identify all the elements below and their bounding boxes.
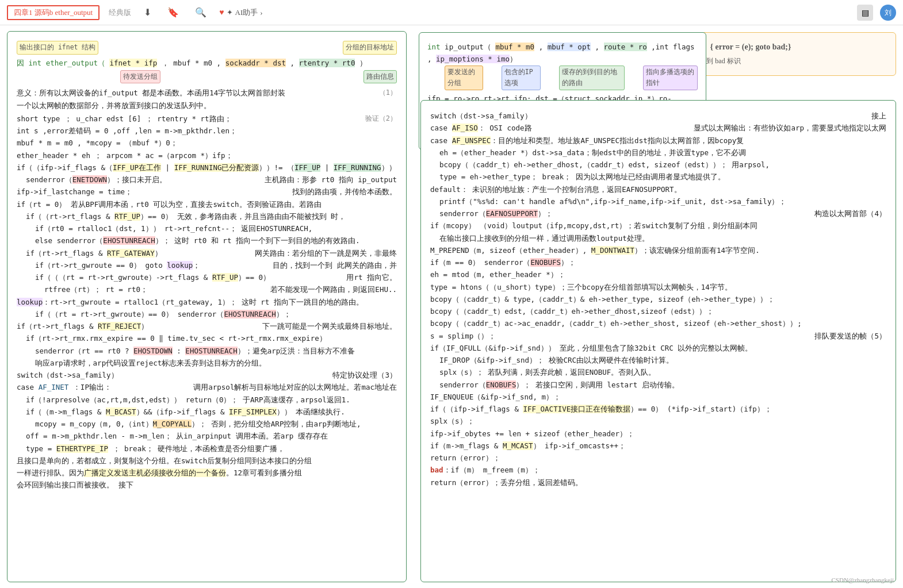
r-case-afunspec: case AF_UNSPEC：目的地址和类型。地址族AF_UNSPEC指出dst… [430, 134, 886, 147]
short-type-line: short type ； u_char edst [6] ； rtentry *… [17, 113, 397, 125]
code-lookup: lookup：rt->rt_gwroute = rtalloc1（rt_gate… [17, 296, 397, 308]
r-return-error: return（error）； [430, 452, 886, 464]
right-code-panel: switch（dst->sa_family） 接上 case AF_ISO： O… [420, 100, 896, 582]
r-eh-cast: eh =（ether_header *）dst->sa_data；制edst中的… [430, 147, 886, 159]
r-bcopy-enaddr: bcopy（（caddr_t）ac->ac_enaddr,（caddr_t）eh… [430, 317, 886, 329]
code-int-s: int s ,error差错码 = 0 ,off ,len = m->m_pkt… [17, 125, 397, 137]
code-if-rt0: if（rt = 0） 若从BPF调用本函，rt0 可以为空，直接去switch。… [17, 198, 397, 210]
r-switch-dst: switch（dst->sa_family） 接上 [430, 110, 886, 122]
code-type-ethertype: type = ETHERTYPE_IP ； break； 硬件地址，本函检查是否… [17, 443, 397, 455]
r-mcast: if（m->m_flags & M_MCAST） ifp->if_omcasts… [430, 440, 886, 452]
sub-annotations: 待发送分组 路由信息 [17, 70, 397, 84]
code-arpresolve: if（!arpresolve（ac,rt,m,dst,edst）） return… [17, 394, 397, 406]
code-rtf-up: if（（rt->rt_flags & RTF_UP）== 0） 无效，参考路由表… [17, 210, 397, 222]
r-senderror-eafno: senderror（EAFNOSUPPORT）； 构造以太网首部（4） [430, 207, 886, 220]
top-right-icons: ▤ 刘 [857, 5, 896, 21]
ann-pending: 待发送分组 [120, 70, 160, 84]
code-mbcast: if（（m->m_flags & M_BCAST）&&（ifp->if_flag… [17, 406, 397, 418]
ai-assistant-button[interactable]: ♥ ✦ AI助手 › [219, 7, 262, 18]
right-side: switch（dst->sa_family） 接上 case AF_ISO： O… [420, 100, 896, 582]
code-mcopy: mcopy = m_copy（m, 0,（int）M_COPYALL）； 否则，… [17, 418, 397, 430]
r-case-afiso: case AF_ISO： OSI code路 显式以太网输出：有些协议如arp，… [430, 122, 886, 134]
code-if-flags: if（（ifp->if_flags &（IFF_UP在工作 | IFF_RUNN… [17, 162, 397, 174]
r-if-drop: IF_DROP（&ifp->if_snd）； 校验CRC由以太网硬件在传输时计算… [430, 354, 886, 366]
code-rmx: if（rt->rt_rmx.rmx_expire == 0 ‖ time.tv_… [17, 332, 397, 344]
code-rtfree: rtfree（rt）； rt = rt0； 若不能发现一个网路由，则返回EHU.… [17, 283, 397, 295]
r-if-mcopy: if（mcopy） （void）loutput（ifp,mcopy,dst,rt… [430, 220, 886, 232]
code-lookup2: if（（rt = rt->rt_gwroute）== 0） senderror（… [17, 308, 397, 320]
func-signature-line: 因 int ether_output（ ifnet * ifp ， mbuf *… [17, 57, 397, 69]
card-icon[interactable]: ▤ [857, 5, 873, 21]
r-if-enqueue: IF_ENQUEUE（&ifp->if_snd, m）； [430, 391, 886, 403]
code-arp-reject: 响应arp请求时，arp代码设置reject标志来丢弃到达目标方的分组。 [17, 357, 397, 369]
r-loutput-note: 在输出接口上接收到的分组一样，通过调用函数loutput处理。 [430, 232, 886, 244]
ann-dst-addr: 分组的目标地址 [343, 41, 397, 55]
code-senderror-enetdown: senderror（ENETDOWN）；接口未开启。 主机路由：形参 rt0 指… [17, 174, 397, 186]
r-bcopy-type: bcopy（（caddr_t）& type,（caddr_t）& eh->eth… [430, 293, 886, 305]
download-icon[interactable]: ⬇ [140, 6, 155, 19]
r-type-break: type = eh->ether_type； break； 因为以太网地址已经由… [430, 171, 886, 183]
r-return-error2: return（error）；丢弃分组，返回差错码。 [430, 476, 886, 489]
ai-logo-icon: ✦ [227, 8, 233, 17]
r-default: default： 未识别的地址族：产生一个控制台消息，返回EAFNOSUPPOR… [430, 183, 886, 195]
main-content: 输出接口的 ifnet 结构 分组的目标地址 因 int ether_outpu… [0, 25, 903, 588]
r-splx: splx（s）； 若队列满，则丢弃此帧，返回ENOBUF。否则入队。 [430, 366, 886, 378]
code-broadcast-note: 且接口是单向的，若都成立，则复制这个分组。在switch后复制分组同到达本接口的… [17, 455, 397, 467]
ai-heart-icon: ♥ [219, 8, 224, 17]
code-ehostdown: senderror（rt == rt0 ? EHOSTDOWN : EHOSTU… [17, 345, 397, 357]
r-printf: printf（"%s%d: can't handle af%d\n",ifp->… [430, 195, 886, 207]
r-type-htons: type = htons（（u_short）type）；三个bcopy在分组首部… [430, 281, 886, 293]
r-if-m0: if（m == 0） senderror（ENOBUFS）； [430, 256, 886, 268]
meaning-line2: 一个以太网帧的数据部分，并将放置到接口的发送队列中。 [17, 99, 397, 112]
r-senderror-enobufs: senderror（ENOBUFS）； 若接口空闲，则调用 lestart 启动… [430, 379, 886, 391]
ann-ifnet: 输出接口的 ifnet 结构 [17, 41, 98, 55]
r-bcopy-dhost: bcopy（（caddr_t）eh->ether_dhost,（caddr_t）… [430, 159, 886, 171]
code-rt-gwroute: if（rt->rt_gwroute == 0） goto lookup； 目的，… [17, 259, 397, 271]
r-if-qfull: if（IF_QFULL（&ifp->if_snd）） 至此，分组里包含了除32b… [430, 342, 886, 354]
r-mprepend: M_PREPEND（m, sizeof（ether_header）, M_DON… [430, 244, 886, 256]
r-eh-mtod: eh = mtod（m, ether_header *）； [430, 268, 886, 280]
bookmark-icon[interactable]: 🔖 [164, 6, 182, 19]
left-code-panel: 输出接口的 ifnet 结构 分组的目标地址 因 int ether_outpu… [7, 31, 407, 582]
tab-edition: 经典版 [109, 7, 131, 18]
code-else-senderror: else senderror（EHOSTUNREACH）； 这时 rt0 和 r… [17, 235, 397, 247]
r-bad-label: bad：if（m） m_freem（m）； [430, 464, 886, 476]
left-header-annotations: 输出接口的 ifnet 结构 分组的目标地址 [17, 41, 397, 55]
code-mbuf-m: mbuf * m = m0 , *mcopy = （mbuf *）0； [17, 137, 397, 149]
tab-chapter[interactable]: 四章1 源码b ether_output [7, 5, 100, 20]
ann-route: 路由信息 [364, 70, 397, 84]
r-splimp: s = splimp（）； 排队要发送的帧（5） [430, 330, 886, 342]
code-rtalloc1: if（rt0 = rtalloc1（dst, 1）） rt->rt_refcnt… [17, 222, 397, 235]
ai-arrow-icon: › [260, 8, 262, 17]
code-rtf-reject: if（rt->rt_flags & RTF_REJECT） 下一跳可能是一个网关… [17, 320, 397, 332]
r-obytes: ifp->if_obytes += len + sizeof（ether_hea… [430, 428, 886, 440]
toolbar: 四章1 源码b ether_output 经典版 ⬇ 🔖 🔍 ♥ ✦ AI助手 … [0, 0, 903, 25]
code-loopback-note: 会环回到输出接口而被接收。 接下 [17, 479, 397, 491]
code-rt-gwroute2: if（（（rt = rt->rt_gwroute）->rt_flags & RT… [17, 271, 397, 283]
r-splx2: splx（s）； [430, 415, 886, 427]
code-lastchange: ifp->if_lastchange = time； 找到的路由项，并传给本函数… [17, 186, 397, 198]
r-bcopy-edst: bcopy（（caddr_t）edst,（caddr_t）eh->ether_d… [430, 305, 886, 317]
code-queue-note: 一样进行排队。因为广播定义发送主机必须接收分组的一个备份。12章可看到多播分组 [17, 467, 397, 479]
code-switch-dst: switch（dst->sa_family） 特定协议处理（3） [17, 369, 397, 381]
user-avatar[interactable]: 刘 [880, 5, 896, 21]
code-ether-header: ether_header * eh ； arpcom * ac =（arpcom… [17, 149, 397, 162]
code-off: off = m->m_pkthdr.len - m->m_len； 从in_ar… [17, 430, 397, 442]
r-if-oactive: if（（ifp->if_flags & IFF_OACTIVE接口正在传输数据）… [430, 403, 886, 415]
watermark: CSDN@zhangzhangkeji [832, 577, 894, 583]
code-rtf-gateway: if（rt->rt_flags & RTF_GATEWAY） 网关路由：若分组的… [17, 247, 397, 259]
ai-label: AI助手 [235, 7, 258, 18]
search-icon[interactable]: 🔍 [192, 6, 210, 19]
meaning-line: 意义：所有以太网设备的if_output 都是本函数。本函用14字节以太网首部封… [17, 87, 397, 99]
code-case-afinet: case AF_INET ：IP输出： 调用arpsol解析与目标地址对应的以太… [17, 381, 397, 393]
